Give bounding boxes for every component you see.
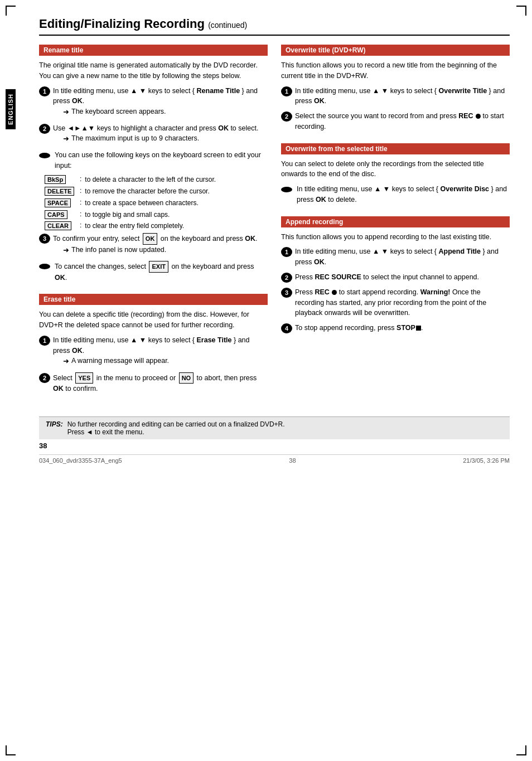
- key-row-clear: CLEAR : to clear the entry field complet…: [43, 221, 268, 231]
- bullet-keys-dot: [39, 153, 50, 158]
- key-row-space: SPACE : to create a space between charac…: [43, 198, 268, 208]
- cancel-content: To cancel the changes, select EXIT on th…: [55, 261, 268, 283]
- step-2-content: Use ◄►▲▼ keys to highlight a character a…: [53, 123, 268, 146]
- overwrite-step-2-num: 2: [281, 112, 292, 122]
- append-step-3: 3 Press REC to start append recording. W…: [281, 287, 510, 318]
- step-1-arrow: ➜ The keyboard screen appears.: [63, 106, 268, 118]
- overwrite-step-2: 2 Select the source you want to record f…: [281, 111, 510, 132]
- overwrite-selected-bullet: In title editing menu, use ▲ ▼ keys to s…: [281, 184, 510, 205]
- rename-bullet-keys: You can use the following keys on the ke…: [39, 150, 268, 171]
- overwrite-dvdrw-header: Overwrite title (DVD+RW): [281, 45, 510, 56]
- overwrite-selected-section: Overwrite from the selected title You ca…: [281, 143, 510, 205]
- overwrite-dvdrw-section: Overwrite title (DVD+RW) This function a…: [281, 45, 510, 132]
- rename-title-section: Rename title The original title name is …: [39, 45, 268, 283]
- rename-step-1: 1 In title editing menu, use ▲ ▼ keys to…: [39, 86, 268, 119]
- append-step-2-content: Press REC SOURCE to select the input cha…: [295, 272, 510, 283]
- key-table: BkSp : to delete a character to the left…: [43, 175, 268, 231]
- stop-square: [416, 326, 421, 331]
- key-row-delete: DELETE : to remove the character before …: [43, 187, 268, 196]
- step-2-arrow: ➜ The maximum input is up to 9 character…: [63, 133, 268, 144]
- append-step-1-num: 1: [281, 247, 292, 257]
- exit-key: EXIT: [149, 261, 168, 273]
- append-step-3-content: Press REC to start append recording. War…: [295, 287, 510, 318]
- erase-title-body: You can delete a specific title (recordi…: [39, 309, 268, 331]
- delete-key: DELETE: [45, 187, 74, 196]
- erase-step-2-content: Select YES in the menu to proceed or NO …: [53, 372, 268, 394]
- warning-label: Warning!: [420, 288, 451, 296]
- append-step-2: 2 Press REC SOURCE to select the input c…: [281, 272, 510, 283]
- overwrite-step-2-content: Select the source you want to record fro…: [295, 111, 510, 132]
- overwrite-selected-content: In title editing menu, use ▲ ▼ keys to s…: [297, 184, 510, 205]
- rec-circle-1: [476, 114, 481, 119]
- overwrite-step-1: 1 In title editing menu, use ▲ ▼ keys to…: [281, 86, 510, 107]
- page-number: 38: [39, 442, 510, 450]
- cancel-bullet: [39, 264, 50, 269]
- step-1-num: 1: [39, 86, 50, 96]
- append-step-4-content: To stop append recording, press STOP.: [295, 323, 510, 333]
- step-1-content: In title editing menu, use ▲ ▼ keys to s…: [53, 86, 268, 119]
- append-step-4-num: 4: [281, 323, 292, 333]
- append-step-2-num: 2: [281, 273, 292, 283]
- overwrite-selected-header: Overwrite from the selected title: [281, 143, 510, 154]
- erase-step-2-num: 2: [39, 373, 50, 383]
- key-row-caps: CAPS : to toggle big and small caps.: [43, 210, 268, 220]
- step-2-num: 2: [39, 124, 50, 134]
- footer-right: 21/3/05, 3:26 PM: [463, 457, 510, 464]
- append-recording-section: Append recording This function allows yo…: [281, 216, 510, 334]
- append-recording-header: Append recording: [281, 216, 510, 227]
- rename-step-2: 2 Use ◄►▲▼ keys to highlight a character…: [39, 123, 268, 146]
- append-step-1-content: In title editing menu, use ▲ ▼ keys to s…: [295, 246, 510, 268]
- cancel-step: To cancel the changes, select EXIT on th…: [39, 261, 268, 283]
- append-step-3-num: 3: [281, 288, 292, 298]
- erase-step-1-content: In title editing menu, use ▲ ▼ keys to s…: [53, 335, 268, 368]
- tips-section: TIPS: No further recording and editing c…: [39, 416, 510, 439]
- tips-label: TIPS:: [46, 420, 63, 436]
- rename-title-body: The original title name is generated aut…: [39, 60, 268, 81]
- caps-key: CAPS: [45, 210, 67, 219]
- append-step-1: 1 In title editing menu, use ▲ ▼ keys to…: [281, 246, 510, 268]
- left-column: Rename title The original title name is …: [39, 45, 268, 405]
- erase-title-section: Erase title You can delete a specific ti…: [39, 294, 268, 394]
- step-3-arrow: ➜ The info panel is now updated.: [63, 245, 268, 256]
- step-3-num: 3: [39, 234, 50, 244]
- clear-key: CLEAR: [45, 221, 71, 230]
- overwrite-dvdrw-body: This function allows you to record a new…: [281, 60, 510, 81]
- erase-step-1: 1 In title editing menu, use ▲ ▼ keys to…: [39, 335, 268, 368]
- ok-key: OK: [143, 233, 158, 245]
- space-key: SPACE: [45, 198, 71, 207]
- key-row-bksp: BkSp : to delete a character to the left…: [43, 175, 268, 185]
- erase-step-1-num: 1: [39, 336, 50, 346]
- bullet-keys-content: You can use the following keys on the ke…: [55, 150, 268, 171]
- append-recording-body: This function allows you to append recor…: [281, 232, 510, 243]
- overwrite-step-1-num: 1: [281, 86, 292, 96]
- right-column: Overwrite title (DVD+RW) This function a…: [281, 45, 510, 405]
- overwrite-selected-body: You can select to delete only the record…: [281, 159, 510, 180]
- overwrite-selected-dot: [281, 187, 292, 192]
- rename-step-3: 3 To confirm your entry, select OK on th…: [39, 233, 268, 256]
- tips-text: No further recording and editing can be …: [67, 420, 503, 436]
- rec-circle-2: [332, 290, 337, 295]
- erase-title-header: Erase title: [39, 294, 268, 305]
- rename-title-header: Rename title: [39, 45, 268, 56]
- overwrite-step-1-content: In title editing menu, use ▲ ▼ keys to s…: [295, 86, 510, 107]
- footer: 034_060_dvdr3355-37A_eng5 38 21/3/05, 3:…: [39, 454, 510, 464]
- append-step-4: 4 To stop append recording, press STOP.: [281, 323, 510, 333]
- erase-step-1-arrow: ➜ A warning message will appear.: [63, 356, 268, 367]
- erase-step-2: 2 Select YES in the menu to proceed or N…: [39, 372, 268, 394]
- footer-left: 034_060_dvdr3355-37A_eng5: [39, 457, 122, 464]
- yes-key: YES: [75, 372, 93, 384]
- no-key: NO: [179, 372, 194, 384]
- footer-center: 38: [289, 457, 296, 464]
- page-title: Editing/Finalizing Recording (continued): [39, 17, 510, 36]
- bksp-key: BkSp: [45, 175, 66, 184]
- step-3-content: To confirm your entry, select OK on the …: [53, 233, 268, 256]
